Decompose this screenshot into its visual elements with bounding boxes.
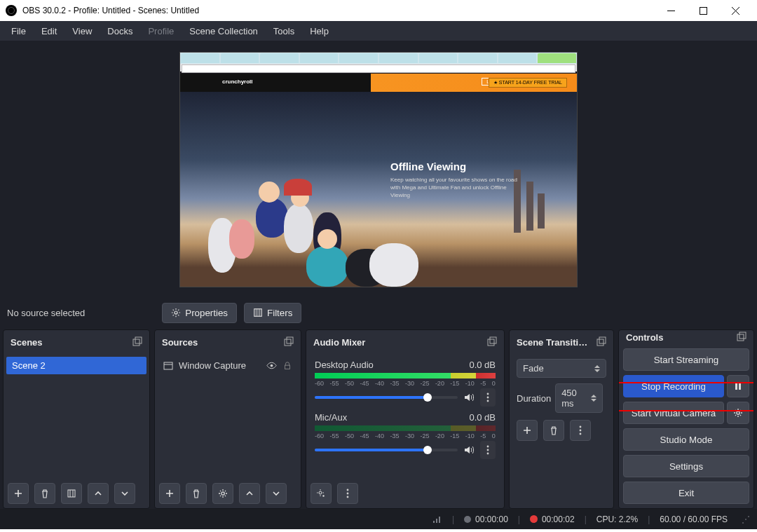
settings-button[interactable]: Settings	[623, 455, 749, 477]
channel-ticks: -60-55-50-45-40-35-30-25-20-15-10-50	[315, 432, 496, 439]
source-move-down-button[interactable]	[266, 483, 287, 504]
maximize-button[interactable]	[687, 0, 719, 21]
speaker-icon[interactable]	[463, 392, 475, 403]
lock-icon[interactable]	[282, 361, 292, 371]
channel-name: Desktop Audio	[315, 360, 374, 370]
panel-title-sources: Sources	[162, 337, 198, 348]
source-properties-button[interactable]	[212, 483, 233, 504]
panel-scenes: Scenes Scene 2	[3, 329, 150, 509]
svg-point-18	[487, 449, 489, 451]
scene-item[interactable]: Scene 2	[6, 357, 146, 374]
transition-select[interactable]: Fade	[517, 359, 606, 378]
scene-move-up-button[interactable]	[88, 483, 109, 504]
dock-popout-icon[interactable]	[596, 336, 606, 348]
source-move-up-button[interactable]	[239, 483, 260, 504]
cpu-status: CPU: 2.2%	[596, 514, 638, 524]
menu-tools[interactable]: Tools	[266, 23, 301, 39]
dock-popout-icon[interactable]	[487, 336, 497, 348]
channel-db: 0.0 dB	[469, 360, 496, 370]
source-toolbar: No source selected Properties Filters	[0, 299, 757, 327]
svg-point-19	[487, 453, 489, 455]
svg-point-16	[487, 400, 489, 402]
add-transition-button[interactable]	[517, 420, 538, 441]
start-streaming-button[interactable]: Start Streaming	[623, 348, 749, 371]
source-status: No source selected	[7, 308, 85, 318]
mixer-advanced-button[interactable]	[311, 483, 332, 504]
scene-filters-button[interactable]	[61, 483, 82, 504]
channel-menu-mic[interactable]	[480, 441, 496, 459]
exit-button[interactable]: Exit	[623, 482, 749, 504]
mixer-channel-mic: Mic/Aux0.0 dB -60-55-50-45-40-35-30-25-2…	[309, 409, 501, 461]
dock-popout-icon[interactable]	[132, 336, 142, 348]
svg-rect-12	[488, 339, 494, 346]
svg-point-20	[319, 491, 322, 494]
close-button[interactable]	[719, 0, 751, 21]
hero-subtext: Keep watching all your favourite shows o…	[390, 176, 524, 200]
statusbar: | 00:00:00 | 00:00:02 | CPU: 2.2% | 60.0…	[0, 509, 757, 529]
menu-edit[interactable]: Edit	[34, 23, 64, 39]
svg-rect-8	[164, 362, 172, 369]
scene-move-down-button[interactable]	[114, 483, 135, 504]
studio-mode-button[interactable]: Studio Mode	[623, 428, 749, 451]
svg-point-17	[487, 446, 489, 448]
pause-recording-button[interactable]	[727, 375, 749, 397]
svg-point-1	[175, 311, 177, 314]
svg-rect-13	[490, 337, 496, 343]
svg-point-24	[347, 496, 349, 498]
window-title: OBS 30.0.2 - Profile: Untitled - Scenes:…	[22, 6, 199, 15]
duration-label: Duration	[517, 393, 551, 404]
menu-profile[interactable]: Profile	[141, 23, 181, 39]
properties-button[interactable]: Properties	[162, 303, 237, 323]
svg-rect-10	[285, 365, 290, 369]
start-virtual-camera-button[interactable]: Start Virtual Camera	[623, 402, 724, 424]
menu-view[interactable]: View	[65, 23, 99, 39]
remove-source-button[interactable]	[186, 483, 207, 504]
svg-rect-5	[68, 490, 75, 497]
source-item[interactable]: Window Capture	[158, 357, 298, 374]
panel-controls: Controls Start Streaming Stop Recording …	[618, 329, 754, 509]
menu-scene-collection[interactable]: Scene Collection	[182, 23, 265, 39]
panel-title-controls: Controls	[626, 332, 663, 343]
filters-icon	[253, 308, 263, 318]
channel-ticks: -60-55-50-45-40-35-30-25-20-15-10-50	[315, 380, 496, 387]
svg-rect-30	[737, 334, 744, 341]
minimize-button[interactable]	[655, 0, 687, 21]
source-label: Window Capture	[179, 360, 246, 371]
channel-db: 0.0 dB	[469, 412, 496, 423]
remove-scene-button[interactable]	[34, 483, 55, 504]
virtual-camera-settings-button[interactable]	[727, 402, 749, 424]
menu-docks[interactable]: Docks	[100, 23, 139, 39]
titlebar: OBS 30.0.2 - Profile: Untitled - Scenes:…	[0, 0, 757, 21]
add-source-button[interactable]	[159, 483, 180, 504]
transition-properties-button[interactable]	[570, 420, 591, 441]
menu-file[interactable]: File	[4, 23, 33, 39]
add-scene-button[interactable]	[8, 483, 29, 504]
speaker-icon[interactable]	[463, 444, 475, 456]
mixer-channel-desktop: Desktop Audio0.0 dB -60-55-50-45-40-35-3…	[309, 357, 501, 408]
panel-title-mixer: Audio Mixer	[313, 337, 365, 348]
svg-rect-3	[133, 339, 139, 346]
duration-spinbox[interactable]: 450 ms	[555, 383, 603, 413]
svg-rect-25	[597, 339, 603, 346]
svg-point-29	[580, 433, 582, 435]
filters-button[interactable]: Filters	[244, 303, 301, 323]
remove-transition-button[interactable]	[543, 420, 564, 441]
svg-rect-0	[700, 7, 707, 14]
svg-rect-36	[436, 519, 437, 523]
resize-grip-icon[interactable]: ⋰	[742, 514, 750, 524]
channel-menu-desktop[interactable]	[480, 388, 496, 407]
hero-headline: Offline Viewing	[390, 161, 466, 172]
stop-recording-button[interactable]: Stop Recording	[623, 375, 724, 397]
svg-point-27	[580, 426, 582, 428]
program-preview[interactable]: crunchyroll LOG IN ★ START 14-DAY FREE T…	[179, 52, 578, 287]
mixer-menu-button[interactable]	[337, 483, 358, 504]
site-trial: ★ START 14-DAY FREE TRIAL	[489, 78, 567, 88]
dock-popout-icon[interactable]	[284, 336, 294, 348]
menu-help[interactable]: Help	[303, 23, 336, 39]
svg-rect-6	[285, 339, 291, 346]
volume-slider-desktop[interactable]	[315, 396, 458, 399]
visibility-icon[interactable]	[266, 360, 277, 371]
dock-popout-icon[interactable]	[737, 332, 746, 343]
svg-point-22	[347, 489, 349, 491]
volume-slider-mic[interactable]	[315, 449, 458, 451]
